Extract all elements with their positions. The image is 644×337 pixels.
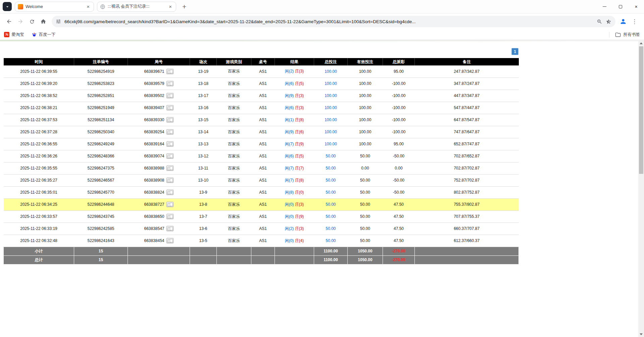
scrollbar-down-arrow[interactable] bbox=[638, 331, 644, 337]
cell-table: AS1 bbox=[251, 78, 275, 90]
round-video-icon[interactable] bbox=[166, 202, 174, 207]
zoom-icon[interactable] bbox=[597, 19, 602, 25]
cell-total-bet: 50.00 bbox=[314, 235, 348, 247]
url-bar[interactable]: 66cxkj98.com/game/betrecord_search/kind3… bbox=[52, 16, 615, 27]
cell-bet-id: 522986245770 bbox=[74, 186, 128, 198]
close-button[interactable]: × bbox=[628, 0, 644, 13]
cell-valid-bet: 100.00 bbox=[348, 126, 383, 138]
total-bet-link[interactable]: 50.00 bbox=[326, 178, 336, 183]
round-video-icon[interactable] bbox=[166, 141, 174, 147]
round-video-icon[interactable] bbox=[166, 238, 174, 243]
total-bet-link[interactable]: 50.00 bbox=[326, 238, 336, 243]
total-bet-link[interactable]: 100.00 bbox=[325, 130, 337, 134]
site-info-icon[interactable] bbox=[56, 19, 61, 24]
total-bet-link[interactable]: 100.00 bbox=[325, 69, 337, 74]
scrollbar-up-arrow[interactable] bbox=[638, 40, 644, 46]
refresh-icon bbox=[29, 19, 35, 25]
new-tab-button[interactable]: + bbox=[180, 3, 188, 11]
round-video-icon[interactable] bbox=[166, 190, 174, 195]
cell-round: 663838727 bbox=[128, 198, 190, 210]
cell-round: 663839502 bbox=[128, 90, 190, 102]
round-number: 663839164 bbox=[144, 142, 164, 146]
result-banker: 庄(7) bbox=[295, 166, 304, 171]
cell-valid-bet: 50.00 bbox=[348, 223, 383, 235]
bookmark-star-icon[interactable] bbox=[606, 19, 611, 25]
total-bet-link[interactable]: 100.00 bbox=[325, 81, 337, 86]
round-video-icon[interactable] bbox=[166, 105, 174, 110]
page-1-button[interactable]: 1 bbox=[511, 48, 518, 55]
bookmark-taobao[interactable]: 淘 爱淘宝 bbox=[4, 32, 24, 38]
cell-total-bet: 100.00 bbox=[314, 114, 348, 126]
total-bet-link[interactable]: 50.00 bbox=[326, 166, 336, 171]
cell-valid-bet: 50.00 bbox=[348, 150, 383, 162]
browser-menu-icon[interactable]: ⋮ bbox=[628, 18, 641, 25]
scrollbar-thumb[interactable] bbox=[639, 46, 643, 174]
round-video-icon[interactable] bbox=[166, 153, 174, 159]
forward-button[interactable] bbox=[15, 16, 26, 27]
total-bet-link[interactable]: 50.00 bbox=[326, 190, 336, 195]
tab-welcome[interactable]: Welcome × bbox=[15, 2, 94, 12]
total-bet-link[interactable]: 100.00 bbox=[325, 105, 337, 110]
page-scrollbar[interactable] bbox=[638, 40, 644, 337]
result-player: 闲(7) bbox=[285, 166, 294, 171]
cell-valid-bet: 50.00 bbox=[348, 235, 383, 247]
total-bet-link[interactable]: 50.00 bbox=[326, 202, 336, 207]
subtotal-row-cell: 小计 bbox=[4, 247, 74, 255]
home-icon bbox=[40, 18, 46, 25]
column-header: 场次 bbox=[190, 58, 217, 65]
result-banker: 庄(9) bbox=[295, 214, 304, 219]
cell-payout: -50.00 bbox=[383, 174, 415, 186]
cell-payout: 0.00 bbox=[383, 162, 415, 174]
minimize-button[interactable] bbox=[597, 0, 612, 13]
tab-bet-record[interactable]: :::视讯 会员下注纪录::: × bbox=[97, 2, 176, 12]
bet-record-table: 时间注单编号局号场次游戏类别桌号结果总投注有效投注总派彩备注 2025-11-2… bbox=[3, 58, 519, 264]
all-bookmarks[interactable]: 所有书签 bbox=[609, 32, 640, 38]
back-button[interactable] bbox=[3, 16, 15, 27]
tab-close-icon[interactable]: × bbox=[85, 3, 91, 10]
table-row: 2025-11-22 06:36:55522986249249663839164… bbox=[4, 138, 519, 150]
cell-table: AS1 bbox=[251, 90, 275, 102]
cell-session: 13-8 bbox=[190, 198, 217, 210]
total-bet-link[interactable]: 100.00 bbox=[325, 93, 337, 98]
cell-valid-bet: 50.00 bbox=[348, 186, 383, 198]
round-video-icon[interactable] bbox=[166, 226, 174, 231]
total-bet-link[interactable]: 100.00 bbox=[325, 117, 337, 122]
cell-payout: -50.00 bbox=[383, 186, 415, 198]
round-video-icon[interactable] bbox=[166, 214, 174, 219]
cell-valid-bet: 50.00 bbox=[348, 198, 383, 210]
profile-button[interactable] bbox=[618, 16, 628, 27]
refresh-button[interactable] bbox=[26, 16, 38, 27]
round-video-icon[interactable] bbox=[166, 129, 174, 135]
cell-payout: -100.00 bbox=[383, 114, 415, 126]
cell-session: 13-11 bbox=[190, 162, 217, 174]
bookmark-baidu[interactable]: 百度一下 bbox=[32, 32, 56, 38]
column-header: 局号 bbox=[128, 58, 190, 65]
round-video-icon[interactable] bbox=[166, 165, 174, 171]
total-bet-link[interactable]: 50.00 bbox=[326, 154, 336, 158]
total-bet-link[interactable]: 50.00 bbox=[326, 226, 336, 231]
round-video-icon[interactable] bbox=[166, 178, 174, 183]
result-player: 闲(1) bbox=[285, 117, 294, 122]
cell-total-bet: 50.00 bbox=[314, 223, 348, 235]
round-number: 663839330 bbox=[144, 117, 164, 122]
round-number: 663838547 bbox=[144, 226, 164, 231]
total-bet-link[interactable]: 50.00 bbox=[326, 214, 336, 219]
table-row: 2025-11-22 06:37:28522986250340663839254… bbox=[4, 126, 519, 138]
maximize-button[interactable] bbox=[612, 0, 628, 13]
round-video-icon[interactable] bbox=[166, 69, 174, 74]
url-text[interactable]: 66cxkj98.com/game/betrecord_search/kind3… bbox=[64, 19, 593, 24]
subtotal-row-cell bbox=[251, 247, 275, 255]
total-bet-link[interactable]: 100.00 bbox=[325, 142, 337, 146]
tab-search-button[interactable] bbox=[3, 2, 12, 11]
round-number: 663839671 bbox=[144, 69, 164, 74]
home-button[interactable] bbox=[38, 16, 49, 27]
cell-session: 13-19 bbox=[190, 65, 217, 78]
cell-game: 百家乐 bbox=[217, 78, 251, 90]
round-video-icon[interactable] bbox=[166, 81, 174, 86]
round-video-icon[interactable] bbox=[166, 93, 174, 98]
round-video-icon[interactable] bbox=[166, 117, 174, 123]
cell-total-bet: 50.00 bbox=[314, 162, 348, 174]
tab-title: :::视讯 会员下注纪录::: bbox=[108, 4, 167, 9]
tab-close-icon[interactable]: × bbox=[167, 3, 173, 10]
table-row: 2025-11-22 06:33:19522986242585663838547… bbox=[4, 223, 519, 235]
